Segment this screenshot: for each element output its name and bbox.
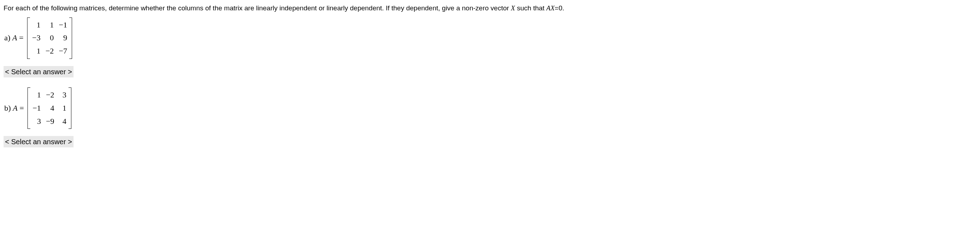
- matrix-b-cell: −1: [32, 103, 41, 114]
- matrix-a-cell: −2: [45, 46, 54, 57]
- instructions-text-post: =0.: [555, 4, 564, 12]
- instructions-eq-ax: AX: [546, 4, 555, 12]
- instructions: For each of the following matrices, dete…: [3, 3, 977, 13]
- instructions-text-mid: such that: [515, 4, 546, 12]
- problem-b-letter: b): [4, 103, 13, 112]
- bracket-right-icon: [69, 18, 72, 59]
- select-answer-b[interactable]: < Select an answer >: [3, 136, 73, 147]
- matrix-a-cell: 9: [59, 32, 67, 43]
- matrix-b-cell: 1: [32, 89, 41, 101]
- matrix-a: 1 1 −1 −3 0 9 1 −2 −7: [27, 18, 72, 59]
- matrix-b-cell: −2: [46, 89, 54, 101]
- matrix-b-cell: 4: [59, 116, 66, 127]
- matrix-a-cell: 0: [45, 32, 54, 43]
- matrix-a-cell: −1: [59, 20, 67, 31]
- matrix-b-cell: 1: [59, 103, 66, 114]
- matrix-b-cell: 4: [46, 103, 54, 114]
- problem-a-label: a) A =: [4, 32, 24, 43]
- matrix-b-cell: 3: [59, 89, 66, 101]
- instructions-var-x: X: [511, 4, 515, 12]
- matrix-a-cell: 1: [32, 20, 40, 31]
- instructions-text-pre: For each of the following matrices, dete…: [3, 4, 511, 12]
- select-answer-a[interactable]: < Select an answer >: [3, 66, 73, 78]
- matrix-a-cell: 1: [45, 20, 54, 31]
- matrix-b-grid: 1 −2 3 −1 4 1 3 −9 4: [30, 88, 68, 129]
- problem-b-var: A: [13, 103, 18, 112]
- bracket-right-icon: [68, 88, 72, 129]
- matrix-a-grid: 1 1 −1 −3 0 9 1 −2 −7: [30, 18, 69, 59]
- matrix-b-cell: −9: [46, 116, 54, 127]
- problem-b-label: b) A =: [4, 103, 24, 114]
- bracket-left-icon: [27, 18, 30, 59]
- problem-b-equals: =: [18, 103, 24, 112]
- matrix-a-cell: −7: [59, 46, 67, 57]
- problem-b: b) A = 1 −2 3 −1 4 1 3 −9 4: [3, 88, 977, 129]
- matrix-a-cell: −3: [32, 32, 40, 43]
- matrix-a-cell: 1: [32, 46, 40, 57]
- problem-a-var: A: [13, 33, 17, 42]
- problem-a-equals: =: [17, 33, 24, 42]
- matrix-b-cell: 3: [32, 116, 41, 127]
- bracket-left-icon: [27, 88, 30, 129]
- matrix-b: 1 −2 3 −1 4 1 3 −9 4: [27, 88, 72, 129]
- problem-a-letter: a): [4, 33, 13, 42]
- problem-a: a) A = 1 1 −1 −3 0 9 1 −2 −7: [3, 18, 977, 59]
